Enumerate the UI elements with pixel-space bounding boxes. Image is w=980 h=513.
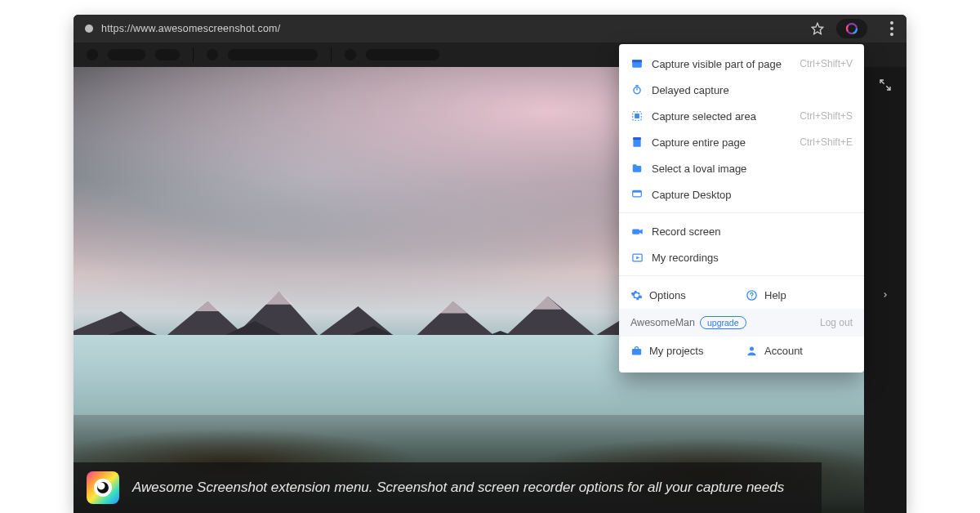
help-icon xyxy=(746,289,758,301)
page-icon xyxy=(630,136,644,149)
url-bar: https://www.awesomescreenshot.com/ xyxy=(74,15,906,42)
exit-fullscreen-icon[interactable] xyxy=(879,78,892,91)
caption-bar: Awesome Screenshot extension menu. Scree… xyxy=(74,462,822,513)
menu-shortcut: Ctrl+Shift+S xyxy=(800,110,853,122)
menu-delayed-capture[interactable]: Delayed capture xyxy=(619,77,864,103)
extension-popup: Capture visible part of page Ctrl+Shift+… xyxy=(619,44,864,372)
timer-icon xyxy=(630,83,644,96)
desktop-icon xyxy=(630,188,644,201)
svg-point-25 xyxy=(751,297,752,298)
url-text[interactable]: https://www.awesomescreenshot.com/ xyxy=(101,23,810,34)
svg-line-9 xyxy=(886,86,890,90)
bookmark-star-icon[interactable] xyxy=(810,21,825,36)
menu-record-screen[interactable]: Record screen xyxy=(619,218,864,244)
svg-rect-16 xyxy=(635,114,639,118)
svg-rect-20 xyxy=(633,190,642,192)
briefcase-icon xyxy=(630,345,643,357)
account-row: AwesomeMan upgrade Log out xyxy=(619,309,864,337)
menu-help[interactable]: Help xyxy=(746,289,853,301)
menu-capture-desktop[interactable]: Capture Desktop xyxy=(619,181,864,207)
svg-marker-6 xyxy=(439,301,467,313)
menu-capture-entire[interactable]: Capture entire page Ctrl+Shift+E xyxy=(619,129,864,155)
menu-shortcut: Ctrl+Shift+E xyxy=(800,136,853,148)
svg-marker-7 xyxy=(533,297,562,310)
menu-divider xyxy=(619,212,864,213)
menu-label: Help xyxy=(764,289,786,301)
menu-label: My projects xyxy=(649,345,703,357)
svg-marker-0 xyxy=(812,23,822,33)
svg-marker-4 xyxy=(196,301,220,311)
menu-label: Record screen xyxy=(652,225,853,238)
menu-options[interactable]: Options xyxy=(630,289,737,301)
logout-link[interactable]: Log out xyxy=(820,317,853,328)
menu-label: Select a loval image xyxy=(652,163,853,175)
menu-account[interactable]: Account xyxy=(746,345,853,357)
upgrade-badge[interactable]: upgrade xyxy=(700,316,746,329)
menu-shortcut: Ctrl+Shift+V xyxy=(800,58,853,69)
bookmark-item[interactable] xyxy=(366,49,439,60)
crop-icon xyxy=(630,109,644,123)
browser-window: https://www.awesomescreenshot.com/ xyxy=(74,15,906,513)
app-logo-icon xyxy=(87,471,119,504)
bookmark-item[interactable] xyxy=(345,49,356,60)
menu-label: Account xyxy=(764,345,803,357)
menu-select-local-image[interactable]: Select a loval image xyxy=(619,155,864,181)
menu-my-recordings[interactable]: My recordings xyxy=(619,244,864,270)
menu-divider xyxy=(619,275,864,276)
bookmark-separator xyxy=(193,47,194,62)
svg-line-8 xyxy=(880,80,884,84)
menu-capture-visible[interactable]: Capture visible part of page Ctrl+Shift+… xyxy=(619,51,864,77)
extension-button[interactable] xyxy=(836,19,867,38)
menu-label: Capture selected area xyxy=(652,110,791,123)
menu-label: Options xyxy=(649,289,686,301)
bookmark-item[interactable] xyxy=(155,49,180,60)
bookmark-item[interactable] xyxy=(108,49,145,60)
browser-menu-icon[interactable] xyxy=(890,21,895,36)
folder-icon xyxy=(630,162,644,175)
bookmark-item[interactable] xyxy=(87,49,98,60)
svg-rect-26 xyxy=(632,349,641,355)
menu-label: Delayed capture xyxy=(652,84,853,96)
right-rail xyxy=(864,67,906,513)
menu-capture-selected[interactable]: Capture selected area Ctrl+Shift+S xyxy=(619,103,864,129)
svg-rect-11 xyxy=(632,60,642,62)
menu-label: Capture Desktop xyxy=(652,189,853,201)
gear-icon xyxy=(630,289,643,301)
camera-icon xyxy=(630,225,644,238)
menu-label: Capture visible part of page xyxy=(652,58,791,70)
menu-label: Capture entire page xyxy=(652,136,791,149)
user-name: AwesomeMan xyxy=(630,317,695,328)
recordings-icon xyxy=(630,251,644,264)
bookmark-separator xyxy=(331,47,332,62)
window-icon xyxy=(630,57,644,70)
bookmark-item[interactable] xyxy=(207,49,218,60)
menu-label: My recordings xyxy=(652,252,853,264)
bookmark-item[interactable] xyxy=(228,49,318,60)
svg-rect-18 xyxy=(633,137,640,140)
svg-point-27 xyxy=(750,346,754,350)
svg-marker-23 xyxy=(636,256,639,259)
user-icon xyxy=(746,345,758,357)
svg-marker-5 xyxy=(265,292,293,305)
expand-chevron-icon[interactable] xyxy=(881,289,889,301)
menu-my-projects[interactable]: My projects xyxy=(630,345,737,357)
site-info-icon[interactable] xyxy=(85,25,93,33)
caption-text: Awesome Screenshot extension menu. Scree… xyxy=(132,479,808,496)
svg-rect-21 xyxy=(632,229,639,234)
